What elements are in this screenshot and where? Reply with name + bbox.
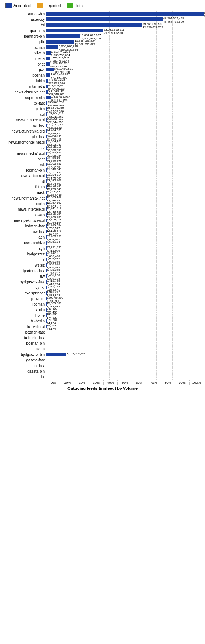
bars-area: 30,685,21530,628,899 xyxy=(46,145,204,150)
grid-line xyxy=(204,44,204,50)
bar-accepted xyxy=(46,124,47,127)
bars-wrapper xyxy=(46,251,204,256)
bars-area: 1,389,967,9681,389,767,144 xyxy=(46,56,204,61)
bars-wrapper xyxy=(46,179,204,184)
bar-value: 7,686,134 xyxy=(47,240,60,243)
bars-area: 23,631,916,51121,589,132,808 xyxy=(46,28,204,33)
bars-area: 8,259,264,344 xyxy=(46,352,204,357)
table-row: internetia651,358,847644,426,923 xyxy=(1,84,204,89)
row-label: fu-berlin xyxy=(1,319,46,323)
row-label: bydgoszcz-bin xyxy=(1,353,46,357)
table-row: news.media4u.pl29,675,35429,398,934 xyxy=(1,151,204,156)
row-label: opoka xyxy=(1,202,46,206)
table-row: bydgoszcz-fast2,419,7682,418,774 xyxy=(1,279,204,284)
bars-wrapper xyxy=(46,195,204,201)
row-label: news.eturystyka.org xyxy=(1,129,46,133)
bars-wrapper xyxy=(46,257,204,262)
grid-line xyxy=(204,273,204,279)
grid-line xyxy=(204,318,204,324)
grid-line xyxy=(204,145,204,151)
bars-wrapper xyxy=(46,106,204,111)
bars-wrapper xyxy=(46,190,204,195)
grid-line xyxy=(204,22,204,28)
table-row: fu-berlin-fast xyxy=(1,335,204,340)
grid-line xyxy=(204,28,204,34)
bars-wrapper xyxy=(46,357,204,363)
x-tick-90: 90% xyxy=(175,380,189,385)
table-row: lodman15,505,5361,218,932 xyxy=(1,302,204,307)
row-label: atman xyxy=(1,45,46,50)
row-label: news.media4u.pl xyxy=(1,152,46,156)
grid-line xyxy=(204,173,204,179)
bars-area: 127,027,54345,681,162 xyxy=(46,123,204,128)
bars-wrapper xyxy=(46,235,204,240)
table-row: news.chmurka.net588,549,865568,549,865 xyxy=(1,89,204,95)
row-label: studio xyxy=(1,308,46,312)
row-label: wsisiz xyxy=(1,263,46,267)
table-row: prz30,685,21530,628,899 xyxy=(1,145,204,150)
bars-area: 120,446,8001,609,990 xyxy=(46,296,204,301)
total-swatch xyxy=(67,3,73,8)
bars-area: 180,660174,332 xyxy=(46,313,204,318)
bar-accepted xyxy=(46,90,48,94)
bars-wrapper xyxy=(46,78,204,83)
grid-line xyxy=(204,223,204,229)
row-label: rmf xyxy=(1,258,46,262)
row-label: news.chmurka.net xyxy=(1,90,46,94)
grid-line xyxy=(204,212,204,218)
bars-wrapper xyxy=(46,145,204,150)
chart-container: Accepted Rejected Total atman-bin65,025,… xyxy=(0,0,205,402)
x-tick-50: 50% xyxy=(118,380,132,385)
table-row: gazeta xyxy=(1,346,204,351)
grid-line xyxy=(204,268,204,274)
bars-area: 15,738,83415,708,840 xyxy=(46,184,204,189)
bars-wrapper xyxy=(46,274,204,279)
row-label: uw-fast xyxy=(1,230,46,234)
grid-line xyxy=(204,368,204,374)
bars-wrapper xyxy=(46,335,204,340)
grid-line xyxy=(204,156,204,162)
row-label: news.netmaniak.net xyxy=(1,196,46,200)
bars-wrapper xyxy=(46,11,204,16)
grid-line xyxy=(204,106,204,112)
row-label: news.artcom.pl xyxy=(1,174,46,178)
x-tick-30: 30% xyxy=(89,380,103,385)
bars-wrapper xyxy=(46,162,204,167)
table-row: supermedia1,837,079,927492,147,456 xyxy=(1,95,204,100)
table-row: ict-fast xyxy=(1,363,204,368)
bars-wrapper xyxy=(46,218,204,223)
table-row: atman-bin65,025,875,50564,414,064,236 xyxy=(1,11,204,16)
table-row: onet1,496,138,539896,872,136 xyxy=(1,61,204,67)
table-row: opoka12,857,10712,453,016 xyxy=(1,201,204,206)
bars-area: 22,442,2135,699,470 xyxy=(46,251,204,256)
row-label: cyf-kr xyxy=(1,286,46,290)
grid-line xyxy=(204,323,204,329)
rows-container: atman-bin65,025,875,50564,414,064,236ast… xyxy=(1,11,204,379)
table-row: gazeta-fast xyxy=(1,357,204,363)
bar-accepted xyxy=(46,118,47,122)
grid-line xyxy=(204,33,204,39)
table-row: news.eturystyka.org44,494,80044,374,170 xyxy=(1,128,204,134)
grid-line xyxy=(204,217,204,223)
bars-wrapper xyxy=(46,341,204,346)
grid-line xyxy=(204,55,204,61)
row-label: tpi-fast xyxy=(1,101,46,105)
table-row: news-archive7,686,134 xyxy=(1,240,204,245)
table-row: provider120,446,8001,609,990 xyxy=(1,296,204,301)
bars-area: 5,275,7492,255,671 xyxy=(46,285,204,290)
rejected-swatch xyxy=(37,3,43,8)
bars-wrapper xyxy=(46,313,204,318)
bars-wrapper xyxy=(46,22,204,28)
table-row: ipartners-fast6,423,3482,746,287 xyxy=(1,268,204,273)
bar-accepted xyxy=(46,40,74,44)
row-label: interia xyxy=(1,57,46,61)
grid-line xyxy=(204,72,204,78)
bars-wrapper xyxy=(46,290,204,296)
row-label: gazeta-bin xyxy=(1,369,46,373)
x-tick-40: 40% xyxy=(104,380,118,385)
bars-wrapper xyxy=(46,39,204,44)
bar-accepted xyxy=(46,73,50,77)
row-label: itl xyxy=(1,179,46,184)
table-row: uw9,481,2682,561,364 xyxy=(1,274,204,279)
bars-area: 12,441,91712,436,858 xyxy=(46,207,204,212)
